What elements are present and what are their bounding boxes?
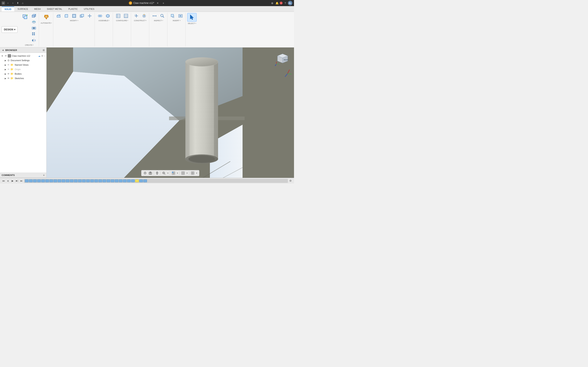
timeline-item-14[interactable]: [78, 179, 82, 182]
user-avatar[interactable]: AL: [288, 1, 292, 5]
select-button[interactable]: [187, 13, 197, 22]
timeline-item-23[interactable]: [115, 179, 118, 182]
timeline-to-start-button[interactable]: ⏮: [2, 179, 5, 183]
timeline-item-20[interactable]: [103, 179, 106, 182]
timeline-item-3[interactable]: [33, 179, 37, 182]
quad-view-button[interactable]: [190, 171, 195, 175]
nav-up-button[interactable]: ⬆: [16, 1, 20, 5]
new-tab-button[interactable]: +: [161, 1, 165, 5]
timeline-item-2[interactable]: [29, 179, 33, 182]
timeline-item-8[interactable]: [53, 179, 57, 182]
construct-button-1[interactable]: [133, 13, 140, 19]
timeline-next-frame-button[interactable]: ▶|: [15, 179, 19, 183]
timeline-item-6[interactable]: [45, 179, 49, 182]
notification-bell-button[interactable]: 🔔: [275, 1, 279, 5]
tab-sheet-metal[interactable]: SHEET METAL: [44, 7, 65, 11]
tree-item-root[interactable]: ▼ 👁 □ Claw machine v12 ☁ ⚙ ○: [0, 54, 46, 58]
timeline-item-5[interactable]: [41, 179, 45, 182]
camera-button[interactable]: [148, 171, 153, 175]
browser-pin-button[interactable]: ⊞: [43, 49, 45, 52]
new-component-button[interactable]: [21, 13, 30, 21]
timeline-item-24[interactable]: [119, 179, 122, 182]
zoom-button[interactable]: [162, 171, 166, 175]
timeline-item-19[interactable]: [98, 179, 102, 182]
timeline-track[interactable]: [24, 179, 288, 183]
nav-forward-button[interactable]: ›: [11, 1, 15, 5]
measure-button[interactable]: [151, 13, 158, 19]
help-center-button[interactable]: ⊕: [270, 1, 274, 5]
timeline-item-15[interactable]: [82, 179, 86, 182]
close-tab-button[interactable]: ×: [155, 1, 160, 5]
snap-button[interactable]: [143, 171, 148, 175]
eye-icon-origin[interactable]: 👁: [7, 68, 9, 71]
tab-mesh[interactable]: MESH: [31, 7, 44, 11]
timeline-item-17[interactable]: [90, 179, 94, 182]
timeline-item-1[interactable]: [25, 179, 29, 182]
move-button[interactable]: [86, 13, 93, 19]
timeline-item-7[interactable]: [49, 179, 53, 182]
timeline-item-active[interactable]: [135, 179, 139, 182]
insert-button-2[interactable]: [177, 13, 184, 19]
timeline-settings-button[interactable]: ⚙: [289, 179, 292, 183]
timeline-item-25[interactable]: [123, 179, 127, 182]
insert-button-1[interactable]: [169, 13, 176, 19]
inspect-button[interactable]: [159, 13, 166, 19]
revolve-button[interactable]: [30, 19, 38, 25]
view-cube[interactable]: RIGHT: [274, 51, 291, 67]
timeline-item-16[interactable]: [86, 179, 90, 182]
timeline-prev-button[interactable]: ⏴: [6, 179, 10, 183]
configure-button-2[interactable]: [122, 13, 130, 19]
eye-icon-sketches[interactable]: 👁: [7, 77, 9, 80]
timeline-item-13[interactable]: [74, 179, 78, 182]
design-dropdown[interactable]: DESIGN ▾: [2, 26, 17, 33]
timeline-item-26[interactable]: [127, 179, 131, 182]
timeline-item-30[interactable]: [143, 179, 147, 182]
rigid-group-button[interactable]: [104, 13, 112, 19]
tree-item-bodies[interactable]: ▶ 👁 📁 Bodies: [0, 72, 46, 76]
timeline-item-18[interactable]: [94, 179, 98, 182]
comments-add-button[interactable]: +: [43, 174, 45, 177]
zoom-dropdown-button[interactable]: ▾: [167, 171, 169, 175]
tab-utilities[interactable]: UTILITIES: [81, 7, 97, 11]
pattern-button[interactable]: [30, 31, 38, 37]
tree-item-sketches[interactable]: ▶ 👁 📁 Sketches: [0, 76, 46, 81]
tree-item-origin[interactable]: ▶ 👁 📁 Origin: [0, 67, 46, 72]
tab-surface[interactable]: SURFACE: [15, 7, 31, 11]
3d-viewport[interactable]: RIGHT: [47, 48, 294, 178]
tree-item-named-views[interactable]: ▶ 👁 📁 Named Views: [0, 63, 46, 67]
fillet-button[interactable]: [63, 13, 70, 19]
timeline-item-27[interactable]: [131, 179, 135, 182]
mirror-button[interactable]: [30, 38, 38, 43]
timeline-item-9[interactable]: [58, 179, 61, 182]
shell-button[interactable]: [70, 13, 78, 19]
timeline-item-29[interactable]: [139, 179, 143, 182]
construct-button-2[interactable]: [140, 13, 148, 19]
press-pull-button[interactable]: [55, 13, 62, 19]
tree-item-doc-settings[interactable]: ▶ ⚙ Document Settings: [0, 58, 46, 63]
grid-button[interactable]: [181, 171, 186, 175]
display-mode-button[interactable]: [171, 171, 176, 175]
grid-dropdown-button[interactable]: ▾: [186, 171, 189, 175]
timeline-item-11[interactable]: [66, 179, 69, 182]
quad-view-dropdown-button[interactable]: ▾: [196, 171, 198, 175]
combine-button[interactable]: [78, 13, 86, 19]
timeline-item-22[interactable]: [111, 179, 114, 182]
joint-button[interactable]: [96, 13, 104, 19]
timeline-item-10[interactable]: [62, 179, 65, 182]
timeline-item-21[interactable]: [107, 179, 110, 182]
nav-back-button[interactable]: ‹: [6, 1, 10, 5]
pan-button[interactable]: [155, 171, 160, 175]
timeline-item-12[interactable]: [70, 179, 73, 182]
automate-button[interactable]: [42, 13, 51, 21]
eye-icon-bodies[interactable]: 👁: [7, 73, 9, 75]
tab-solid[interactable]: SOLID: [2, 7, 14, 11]
extrude-button[interactable]: [30, 13, 38, 19]
display-mode-dropdown-button[interactable]: ▾: [176, 171, 179, 175]
configure-button-1[interactable]: [114, 13, 122, 19]
timeline-play-button[interactable]: ▶: [11, 179, 14, 183]
eye-icon-root[interactable]: 👁: [4, 55, 7, 57]
timeline-to-end-button[interactable]: ⏭: [20, 179, 23, 183]
help-button[interactable]: ?: [283, 1, 287, 5]
timeline-item-4[interactable]: [37, 179, 41, 182]
hole-button[interactable]: [30, 25, 38, 31]
